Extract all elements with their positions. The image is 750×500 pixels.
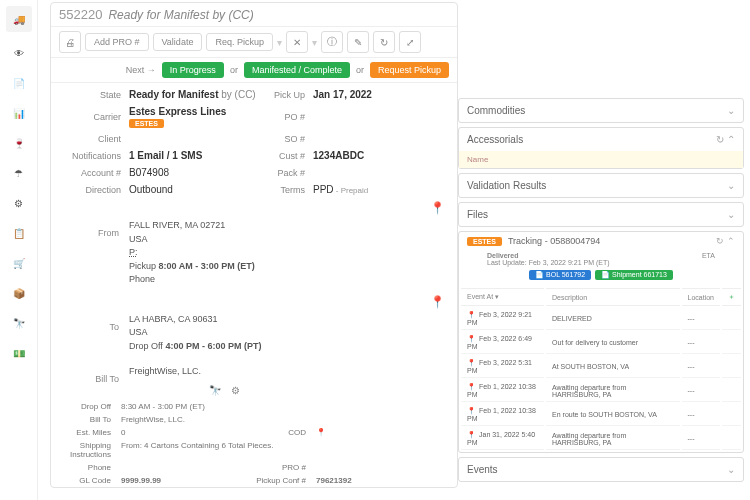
tracking-row: 📍Feb 3, 2022 6:49 PMOut for delivery to …	[461, 332, 741, 354]
umbrella-icon[interactable]: ☂	[10, 164, 28, 182]
eye-icon[interactable]: 👁	[10, 44, 28, 62]
binoculars-small-icon[interactable]: 🔭	[209, 385, 221, 396]
map-pin-icon[interactable]: 📍	[430, 201, 445, 215]
truck-icon[interactable]: 🚚	[6, 6, 32, 32]
refresh-small-icon: ↻	[716, 134, 724, 145]
map-pin-icon-2[interactable]: 📍	[430, 295, 445, 309]
validate-button[interactable]: Validate	[153, 33, 203, 51]
events-panel: Events⌄	[458, 457, 744, 482]
edit-icon[interactable]: ✎	[347, 31, 369, 53]
binoculars-icon[interactable]: 🔭	[10, 314, 28, 332]
shipment-pill[interactable]: 📄 Shipment 661713	[595, 270, 673, 280]
direction: Outbound	[129, 184, 263, 195]
notifications: 1 Email / 1 SMS	[129, 150, 263, 161]
tracking-row: 📍Feb 1, 2022 10:38 PMEn route to SOUTH B…	[461, 404, 741, 426]
shipment-title: Ready for Manifest by (CC)	[108, 8, 253, 22]
commodities-panel: Commodities⌄	[458, 98, 744, 123]
shipment-card: 552220 Ready for Manifest by (CC) 🖨 Add …	[50, 2, 458, 488]
chevron-up-icon: ⌃	[727, 134, 735, 145]
tracking-title: Tracking - 0588004794	[508, 236, 600, 246]
refresh-icon[interactable]: ↻	[373, 31, 395, 53]
tracking-table: Event At ▾DescriptionLocation＋ 📍Feb 3, 2…	[459, 286, 743, 452]
gears-icon[interactable]: ⚙	[10, 194, 28, 212]
refresh-tracking-icon[interactable]: ↻	[716, 236, 724, 246]
billto-name: FreightWise, LLC.	[129, 365, 447, 379]
tracking-row: 📍Feb 3, 2022 9:21 PMDELIVERED---	[461, 308, 741, 330]
box-icon[interactable]: 📦	[10, 284, 28, 302]
account-number: B074908	[129, 167, 263, 178]
from-city: FALL RIVER, MA 02721	[129, 219, 447, 233]
carrier-badge: ESTES	[129, 119, 164, 128]
document-icon[interactable]: 📄	[10, 74, 28, 92]
validation-panel: Validation Results⌄	[458, 173, 744, 198]
pickup-date: Jan 17, 2022	[313, 89, 447, 100]
in-progress-pill[interactable]: In Progress	[162, 62, 224, 78]
shipment-id: 552220	[59, 7, 102, 22]
print-icon[interactable]: 🖨	[59, 31, 81, 53]
chevron-down-icon: ⌄	[727, 180, 735, 191]
settings-icon[interactable]: ✕	[286, 31, 308, 53]
next-label: Next →	[126, 65, 156, 75]
clipboard-icon[interactable]: 📋	[10, 224, 28, 242]
right-panels: Commodities⌄ Accessorials↻ ⌃Name Validat…	[458, 98, 744, 486]
accessorials-panel: Accessorials↻ ⌃Name	[458, 127, 744, 169]
manifested-pill[interactable]: Manifested / Complete	[244, 62, 350, 78]
chevron-down-icon: ⌄	[727, 464, 735, 475]
tracking-panel: ESTESTracking - 0588004794↻ ⌃ DeliveredL…	[458, 231, 744, 453]
settings-small-icon[interactable]: ⚙	[231, 385, 240, 396]
tracking-row: 📍Feb 1, 2022 10:38 PMAwaiting departure …	[461, 380, 741, 402]
chevron-up-icon[interactable]: ⌃	[727, 236, 735, 246]
tracking-row: 📍Feb 3, 2022 5:31 PMAt SOUTH BOSTON, VA-…	[461, 356, 741, 378]
money-icon[interactable]: 💵	[10, 344, 28, 362]
cust-number: 1234ABDC	[313, 150, 447, 161]
nav-rail: 🚚 👁 📄 📊 🍷 ☂ ⚙ 📋 🛒 📦 🔭 💵	[0, 0, 38, 500]
add-pro-button[interactable]: Add PRO #	[85, 33, 149, 51]
pickup-conf: 79621392	[316, 476, 447, 485]
req-pickup-button[interactable]: Req. Pickup	[206, 33, 273, 51]
fragile-icon[interactable]: 🍷	[10, 134, 28, 152]
expand-icon[interactable]: ⤢	[399, 31, 421, 53]
chevron-down-icon: ⌄	[727, 105, 735, 116]
chevron-down-icon: ⌄	[727, 209, 735, 220]
bol-pill[interactable]: 📄 BOL 561792	[529, 270, 591, 280]
estes-badge: ESTES	[467, 237, 502, 246]
files-panel: Files⌄	[458, 202, 744, 227]
cart-icon[interactable]: 🛒	[10, 254, 28, 272]
gl-code: 9999.99.99	[121, 476, 252, 485]
chart-icon[interactable]: 📊	[10, 104, 28, 122]
request-pickup-pill[interactable]: Request Pickup	[370, 62, 449, 78]
tracking-row: 📍Jan 31, 2022 5:40 PMAwaiting departure …	[461, 428, 741, 450]
carrier-name: Estes Express Lines	[129, 106, 226, 117]
info-card-icon[interactable]: ⓘ	[321, 31, 343, 53]
to-city: LA HABRA, CA 90631	[129, 313, 447, 327]
